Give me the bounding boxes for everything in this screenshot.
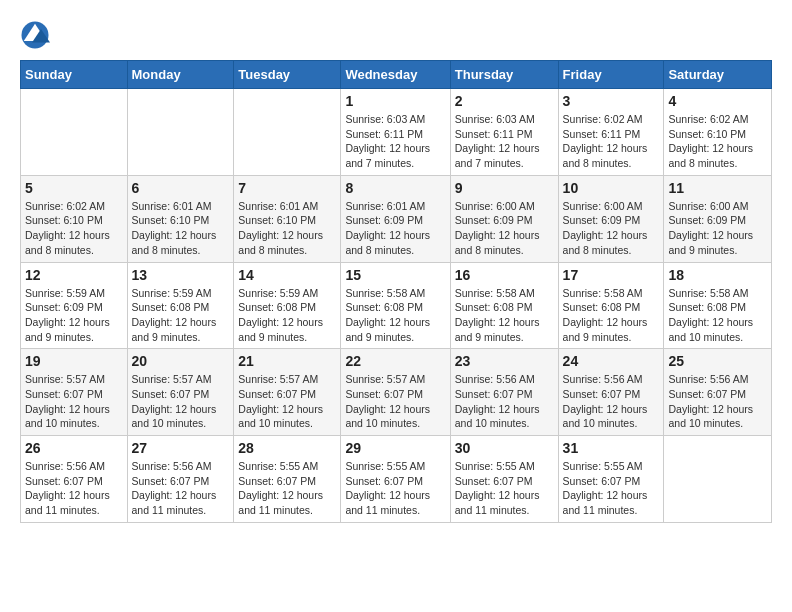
logo-icon — [20, 20, 50, 50]
day-info: Sunrise: 5:59 AM Sunset: 6:08 PM Dayligh… — [238, 286, 336, 345]
calendar-week-5: 26Sunrise: 5:56 AM Sunset: 6:07 PM Dayli… — [21, 436, 772, 523]
day-number: 27 — [132, 440, 230, 456]
calendar-cell: 11Sunrise: 6:00 AM Sunset: 6:09 PM Dayli… — [664, 175, 772, 262]
day-info: Sunrise: 5:56 AM Sunset: 6:07 PM Dayligh… — [563, 372, 660, 431]
day-number: 21 — [238, 353, 336, 369]
day-number: 6 — [132, 180, 230, 196]
day-number: 4 — [668, 93, 767, 109]
day-number: 28 — [238, 440, 336, 456]
calendar-cell: 4Sunrise: 6:02 AM Sunset: 6:10 PM Daylig… — [664, 89, 772, 176]
day-number: 8 — [345, 180, 445, 196]
calendar-cell — [664, 436, 772, 523]
day-number: 20 — [132, 353, 230, 369]
day-number: 16 — [455, 267, 554, 283]
day-info: Sunrise: 5:56 AM Sunset: 6:07 PM Dayligh… — [455, 372, 554, 431]
calendar-cell: 21Sunrise: 5:57 AM Sunset: 6:07 PM Dayli… — [234, 349, 341, 436]
calendar-cell: 20Sunrise: 5:57 AM Sunset: 6:07 PM Dayli… — [127, 349, 234, 436]
day-info: Sunrise: 5:59 AM Sunset: 6:09 PM Dayligh… — [25, 286, 123, 345]
calendar-table: SundayMondayTuesdayWednesdayThursdayFrid… — [20, 60, 772, 523]
day-info: Sunrise: 5:55 AM Sunset: 6:07 PM Dayligh… — [563, 459, 660, 518]
day-info: Sunrise: 5:57 AM Sunset: 6:07 PM Dayligh… — [345, 372, 445, 431]
day-number: 5 — [25, 180, 123, 196]
weekday-header-tuesday: Tuesday — [234, 61, 341, 89]
day-number: 3 — [563, 93, 660, 109]
calendar-cell: 30Sunrise: 5:55 AM Sunset: 6:07 PM Dayli… — [450, 436, 558, 523]
day-number: 18 — [668, 267, 767, 283]
calendar-cell: 26Sunrise: 5:56 AM Sunset: 6:07 PM Dayli… — [21, 436, 128, 523]
weekday-header-friday: Friday — [558, 61, 664, 89]
calendar-cell: 29Sunrise: 5:55 AM Sunset: 6:07 PM Dayli… — [341, 436, 450, 523]
weekday-header-thursday: Thursday — [450, 61, 558, 89]
day-number: 12 — [25, 267, 123, 283]
day-number: 10 — [563, 180, 660, 196]
day-info: Sunrise: 5:55 AM Sunset: 6:07 PM Dayligh… — [238, 459, 336, 518]
day-number: 11 — [668, 180, 767, 196]
day-number: 23 — [455, 353, 554, 369]
day-number: 7 — [238, 180, 336, 196]
weekday-header-sunday: Sunday — [21, 61, 128, 89]
calendar-cell: 22Sunrise: 5:57 AM Sunset: 6:07 PM Dayli… — [341, 349, 450, 436]
calendar-cell: 23Sunrise: 5:56 AM Sunset: 6:07 PM Dayli… — [450, 349, 558, 436]
day-info: Sunrise: 6:00 AM Sunset: 6:09 PM Dayligh… — [455, 199, 554, 258]
day-info: Sunrise: 6:00 AM Sunset: 6:09 PM Dayligh… — [563, 199, 660, 258]
calendar-cell: 16Sunrise: 5:58 AM Sunset: 6:08 PM Dayli… — [450, 262, 558, 349]
day-number: 24 — [563, 353, 660, 369]
calendar-cell: 14Sunrise: 5:59 AM Sunset: 6:08 PM Dayli… — [234, 262, 341, 349]
calendar-cell: 13Sunrise: 5:59 AM Sunset: 6:08 PM Dayli… — [127, 262, 234, 349]
day-info: Sunrise: 6:00 AM Sunset: 6:09 PM Dayligh… — [668, 199, 767, 258]
calendar-cell — [21, 89, 128, 176]
calendar-cell: 5Sunrise: 6:02 AM Sunset: 6:10 PM Daylig… — [21, 175, 128, 262]
day-number: 31 — [563, 440, 660, 456]
calendar-cell — [127, 89, 234, 176]
calendar-cell: 18Sunrise: 5:58 AM Sunset: 6:08 PM Dayli… — [664, 262, 772, 349]
day-info: Sunrise: 6:01 AM Sunset: 6:10 PM Dayligh… — [238, 199, 336, 258]
day-info: Sunrise: 6:01 AM Sunset: 6:10 PM Dayligh… — [132, 199, 230, 258]
calendar-cell: 9Sunrise: 6:00 AM Sunset: 6:09 PM Daylig… — [450, 175, 558, 262]
day-number: 14 — [238, 267, 336, 283]
day-info: Sunrise: 5:57 AM Sunset: 6:07 PM Dayligh… — [25, 372, 123, 431]
weekday-header-monday: Monday — [127, 61, 234, 89]
day-number: 1 — [345, 93, 445, 109]
day-number: 2 — [455, 93, 554, 109]
day-number: 29 — [345, 440, 445, 456]
calendar-cell: 7Sunrise: 6:01 AM Sunset: 6:10 PM Daylig… — [234, 175, 341, 262]
day-number: 22 — [345, 353, 445, 369]
day-info: Sunrise: 5:58 AM Sunset: 6:08 PM Dayligh… — [563, 286, 660, 345]
page-header — [20, 20, 772, 50]
calendar-cell: 28Sunrise: 5:55 AM Sunset: 6:07 PM Dayli… — [234, 436, 341, 523]
calendar-cell: 1Sunrise: 6:03 AM Sunset: 6:11 PM Daylig… — [341, 89, 450, 176]
day-number: 9 — [455, 180, 554, 196]
calendar-cell: 27Sunrise: 5:56 AM Sunset: 6:07 PM Dayli… — [127, 436, 234, 523]
calendar-cell: 31Sunrise: 5:55 AM Sunset: 6:07 PM Dayli… — [558, 436, 664, 523]
day-info: Sunrise: 5:58 AM Sunset: 6:08 PM Dayligh… — [668, 286, 767, 345]
weekday-header-saturday: Saturday — [664, 61, 772, 89]
day-number: 26 — [25, 440, 123, 456]
weekday-header-wednesday: Wednesday — [341, 61, 450, 89]
calendar-cell: 25Sunrise: 5:56 AM Sunset: 6:07 PM Dayli… — [664, 349, 772, 436]
day-number: 25 — [668, 353, 767, 369]
day-number: 17 — [563, 267, 660, 283]
day-info: Sunrise: 6:03 AM Sunset: 6:11 PM Dayligh… — [455, 112, 554, 171]
day-number: 19 — [25, 353, 123, 369]
day-number: 15 — [345, 267, 445, 283]
calendar-cell: 2Sunrise: 6:03 AM Sunset: 6:11 PM Daylig… — [450, 89, 558, 176]
day-info: Sunrise: 5:57 AM Sunset: 6:07 PM Dayligh… — [238, 372, 336, 431]
day-info: Sunrise: 6:02 AM Sunset: 6:10 PM Dayligh… — [668, 112, 767, 171]
calendar-week-1: 1Sunrise: 6:03 AM Sunset: 6:11 PM Daylig… — [21, 89, 772, 176]
calendar-cell: 10Sunrise: 6:00 AM Sunset: 6:09 PM Dayli… — [558, 175, 664, 262]
calendar-cell: 3Sunrise: 6:02 AM Sunset: 6:11 PM Daylig… — [558, 89, 664, 176]
calendar-cell — [234, 89, 341, 176]
day-info: Sunrise: 5:56 AM Sunset: 6:07 PM Dayligh… — [132, 459, 230, 518]
day-info: Sunrise: 6:02 AM Sunset: 6:10 PM Dayligh… — [25, 199, 123, 258]
day-info: Sunrise: 5:59 AM Sunset: 6:08 PM Dayligh… — [132, 286, 230, 345]
calendar-week-3: 12Sunrise: 5:59 AM Sunset: 6:09 PM Dayli… — [21, 262, 772, 349]
day-info: Sunrise: 5:57 AM Sunset: 6:07 PM Dayligh… — [132, 372, 230, 431]
calendar-cell: 15Sunrise: 5:58 AM Sunset: 6:08 PM Dayli… — [341, 262, 450, 349]
day-info: Sunrise: 5:56 AM Sunset: 6:07 PM Dayligh… — [668, 372, 767, 431]
calendar-cell: 6Sunrise: 6:01 AM Sunset: 6:10 PM Daylig… — [127, 175, 234, 262]
day-number: 30 — [455, 440, 554, 456]
calendar-week-2: 5Sunrise: 6:02 AM Sunset: 6:10 PM Daylig… — [21, 175, 772, 262]
calendar-cell: 17Sunrise: 5:58 AM Sunset: 6:08 PM Dayli… — [558, 262, 664, 349]
calendar-cell: 12Sunrise: 5:59 AM Sunset: 6:09 PM Dayli… — [21, 262, 128, 349]
calendar-cell: 24Sunrise: 5:56 AM Sunset: 6:07 PM Dayli… — [558, 349, 664, 436]
